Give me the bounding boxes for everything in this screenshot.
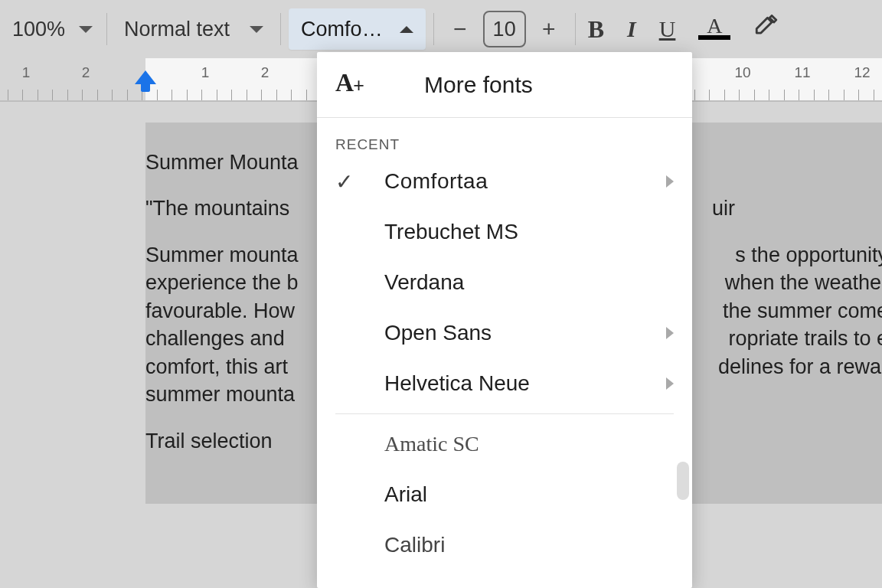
- font-item-label: Calibri: [384, 533, 674, 557]
- submenu-arrow-icon: [666, 175, 674, 188]
- highlighter-icon: [753, 15, 779, 41]
- zoom-value: 100%: [12, 18, 65, 41]
- separator: [106, 13, 107, 45]
- paragraph-style-dropdown[interactable]: Normal text: [115, 18, 273, 41]
- ruler-number: 2: [82, 64, 90, 81]
- submenu-arrow-icon: [666, 377, 674, 390]
- text-color-button[interactable]: A: [698, 18, 730, 40]
- decrease-font-size-button[interactable]: −: [446, 16, 474, 42]
- font-item-open-sans[interactable]: Open Sans: [317, 308, 692, 358]
- font-dropdown-menu: A+ More fonts RECENT ✓ComfortaaTrebuchet…: [317, 52, 692, 588]
- font-item-comfortaa[interactable]: ✓Comfortaa: [317, 156, 692, 207]
- svg-text:+: +: [353, 74, 364, 96]
- toolbar: 100% Normal text Comfo… − + B I U A: [0, 0, 882, 58]
- ruler-number: 2: [261, 64, 270, 81]
- svg-text:A: A: [335, 68, 354, 96]
- font-item-label: Arial: [384, 482, 674, 507]
- font-item-label: Verdana: [384, 270, 674, 295]
- ruler-number: 12: [854, 64, 870, 81]
- font-item-calibri[interactable]: Calibri: [317, 520, 692, 570]
- separator: [280, 13, 281, 45]
- font-item-amatic-sc[interactable]: Amatic SC: [317, 419, 692, 469]
- caret-up-icon: [400, 26, 413, 33]
- font-size-group: − +: [442, 11, 567, 47]
- text-color-glyph: A: [707, 18, 722, 34]
- font-item-arial[interactable]: Arial: [317, 469, 692, 520]
- ruler-number: 10: [734, 64, 750, 81]
- text-color-swatch: [698, 35, 730, 40]
- font-family-dropdown[interactable]: Comfo…: [289, 8, 426, 50]
- font-item-label: Comfortaa: [384, 169, 639, 194]
- increase-font-size-button[interactable]: +: [535, 16, 563, 42]
- font-item-helvetica-neue[interactable]: Helvetica Neue: [317, 358, 692, 409]
- paragraph-style-value: Normal text: [124, 18, 230, 41]
- menu-separator: [335, 413, 674, 414]
- more-fonts-item[interactable]: A+ More fonts: [317, 52, 692, 118]
- ruler-number: 1: [22, 64, 31, 81]
- font-item-trebuchet-ms[interactable]: Trebuchet MS: [317, 207, 692, 257]
- submenu-arrow-icon: [666, 327, 674, 339]
- recent-header: RECENT: [317, 118, 692, 156]
- highlighter-button[interactable]: [753, 15, 779, 44]
- font-item-label: Amatic SC: [384, 432, 674, 456]
- caret-down-icon: [79, 26, 93, 33]
- font-size-input[interactable]: [483, 11, 526, 47]
- italic-button[interactable]: I: [627, 16, 636, 42]
- ruler-number: 11: [794, 64, 810, 81]
- bold-button[interactable]: B: [588, 15, 604, 44]
- font-item-label: Open Sans: [384, 321, 639, 345]
- caret-down-icon: [250, 26, 263, 33]
- separator: [575, 13, 576, 45]
- zoom-dropdown[interactable]: 100%: [6, 10, 99, 48]
- ruler-number: 1: [201, 64, 210, 81]
- more-fonts-label: More fonts: [424, 72, 674, 98]
- font-item-verdana[interactable]: Verdana: [317, 257, 692, 308]
- indent-marker[interactable]: [135, 70, 156, 92]
- scrollbar-thumb[interactable]: [677, 462, 689, 500]
- add-font-icon: A+: [335, 67, 366, 103]
- text-format-group: B I U A: [583, 15, 780, 44]
- check-icon: ✓: [335, 169, 357, 194]
- underline-button[interactable]: U: [659, 16, 676, 42]
- font-item-label: Trebuchet MS: [384, 220, 674, 244]
- font-family-value: Comfo…: [301, 18, 383, 41]
- separator: [433, 13, 434, 45]
- font-item-label: Helvetica Neue: [384, 371, 639, 396]
